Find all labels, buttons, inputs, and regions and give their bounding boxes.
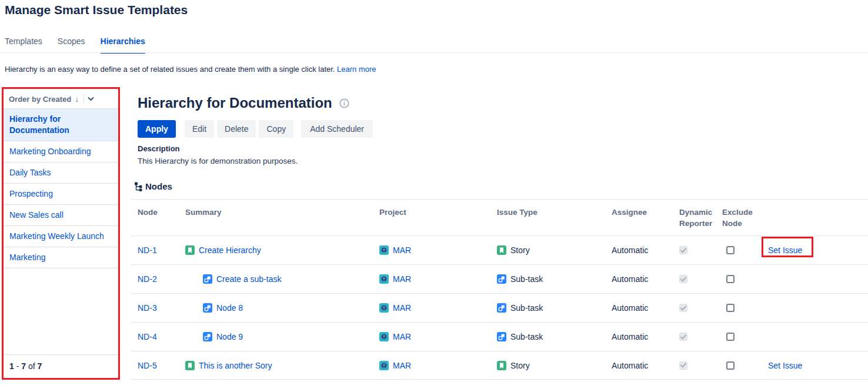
description-text: This Hierarchy is for demonstration purp… [138,157,298,165]
set-issue-button[interactable]: Set Issue [768,361,802,370]
pagination-dash: - [16,361,19,371]
subtask-icon [203,332,212,341]
summary-link[interactable]: This is another Sory [199,361,272,370]
story-icon [185,361,195,370]
assignee-value: Automatic [612,245,679,255]
nodes-table-header: Node Summary Project Issue Type Assignee… [131,199,868,235]
summary-link[interactable]: Node 9 [216,332,243,341]
hierarchy-list: Hierarchy for Documentation Marketing On… [4,109,118,268]
edit-button[interactable]: Edit [185,120,214,138]
apply-button[interactable]: Apply [138,120,176,138]
table-row: ND-3 Node 8 MAR Sub-task Automatic [131,293,868,322]
col-header-node: Node [138,207,185,218]
table-row: ND-4 Node 9 MAR Sub-task Automatic [131,322,868,351]
intro-text: Hierarchy is an easy way to define a set… [5,65,376,74]
sidebar-item-marketing-onboarding[interactable]: Marketing Onboarding [4,141,118,162]
project-avatar-icon [379,332,389,341]
node-id-link[interactable]: ND-2 [138,274,157,284]
sidebar-item-new-sales-call[interactable]: New Sales call [4,205,118,226]
project-link[interactable]: MAR [393,303,411,313]
assignee-value: Automatic [612,361,679,370]
col-header-issue-type: Issue Type [497,207,612,218]
table-row: ND-2 Create a sub-task MAR Sub-task Auto… [131,264,868,293]
add-scheduler-button[interactable]: Add Scheduler [301,120,373,138]
col-header-exclude-node: Exclude Node [722,207,768,229]
dynamic-reporter-checkbox[interactable] [679,275,687,283]
sidebar-item-daily-tasks[interactable]: Daily Tasks [4,162,118,184]
node-id-link[interactable]: ND-5 [138,361,157,370]
info-icon[interactable] [339,98,349,108]
sidebar-item-marketing-weekly-launch[interactable]: Marketing Weekly Launch [4,226,118,247]
sidebar-item-hierarchy-for-documentation[interactable]: Hierarchy for Documentation [4,109,118,141]
description-label: Description [138,144,180,153]
pagination-status: 1 - 7 of 7 [4,354,118,378]
tab-templates[interactable]: Templates [5,36,42,54]
delete-button[interactable]: Delete [217,120,256,138]
project-link[interactable]: MAR [393,245,411,255]
pagination-total: 7 [38,361,42,371]
project-link[interactable]: MAR [393,361,411,370]
assignee-value: Automatic [612,332,679,341]
pagination-start: 1 [9,361,14,371]
sort-bar[interactable]: Order by Created ↓ [4,89,118,109]
project-avatar-icon [379,303,389,313]
exclude-node-checkbox[interactable] [726,275,735,283]
table-row: ND-5 This is another Sory MAR Story Auto… [131,351,868,380]
sort-label: Order by Created [9,95,71,104]
dynamic-reporter-checkbox[interactable] [679,361,687,370]
dynamic-reporter-checkbox[interactable] [679,246,687,254]
sidebar-spacer [4,268,118,354]
sort-direction-down-icon[interactable]: ↓ [75,94,79,104]
nodes-table: Node Summary Project Issue Type Assignee… [131,199,868,380]
hierarchy-list-panel: Order by Created ↓ Hierarchy for Documen… [2,87,120,380]
col-header-dynamic-reporter: Dynamic Reporter [679,207,722,229]
story-icon [185,245,195,255]
sidebar-item-marketing[interactable]: Marketing [4,247,118,268]
subtask-icon [497,303,506,313]
learn-more-link[interactable]: Learn more [337,65,376,74]
node-id-link[interactable]: ND-3 [138,303,157,313]
issue-type-label: Story [510,361,530,370]
set-issue-button[interactable]: Set Issue [768,245,802,255]
issue-type-label: Sub-task [510,274,543,284]
node-id-link[interactable]: ND-1 [138,245,157,255]
exclude-node-checkbox[interactable] [726,246,735,254]
dynamic-reporter-checkbox[interactable] [679,333,687,341]
col-header-assignee: Assignee [612,207,679,218]
subtask-icon [497,332,506,341]
pagination-of: of [28,361,35,371]
node-id-link[interactable]: ND-4 [138,332,157,341]
hierarchy-title: Hierarchy for Documentation [138,95,332,111]
story-icon [497,361,506,370]
subtask-icon [203,303,212,313]
dynamic-reporter-checkbox[interactable] [679,304,687,312]
copy-button[interactable]: Copy [259,120,293,138]
tab-hierarchies[interactable]: Hierarchies [101,36,145,54]
tab-bar: Templates Scopes Hierarchies [5,36,145,54]
exclude-node-checkbox[interactable] [726,304,735,312]
exclude-node-checkbox[interactable] [726,361,735,370]
issue-type-label: Story [510,245,530,255]
project-avatar-icon [379,274,389,284]
summary-link[interactable]: Create Hierarchy [199,245,261,255]
subtask-icon [203,274,212,284]
summary-link[interactable]: Create a sub-task [216,274,282,284]
project-avatar-icon [379,361,389,370]
tab-scopes[interactable]: Scopes [58,36,85,54]
exclude-node-checkbox[interactable] [726,333,735,341]
project-avatar-icon [379,245,389,255]
project-link[interactable]: MAR [393,274,411,284]
issue-type-label: Sub-task [510,332,543,341]
table-row: ND-1 Create Hierarchy MAR Story Automati… [131,235,868,264]
sidebar-item-prospecting[interactable]: Prospecting [4,184,118,205]
nodes-tree-icon [134,182,143,191]
header-divider [0,52,868,53]
action-buttons: Apply Edit Delete Copy Add Scheduler [138,120,373,138]
chevron-down-icon[interactable] [88,97,94,101]
assignee-value: Automatic [612,303,679,313]
intro-sentence: Hierarchy is an easy way to define a set… [5,65,335,74]
project-link[interactable]: MAR [393,332,411,341]
hierarchy-detail-panel: Hierarchy for Documentation Apply Edit D… [131,87,868,385]
subtask-icon [497,274,506,284]
summary-link[interactable]: Node 8 [216,303,243,313]
